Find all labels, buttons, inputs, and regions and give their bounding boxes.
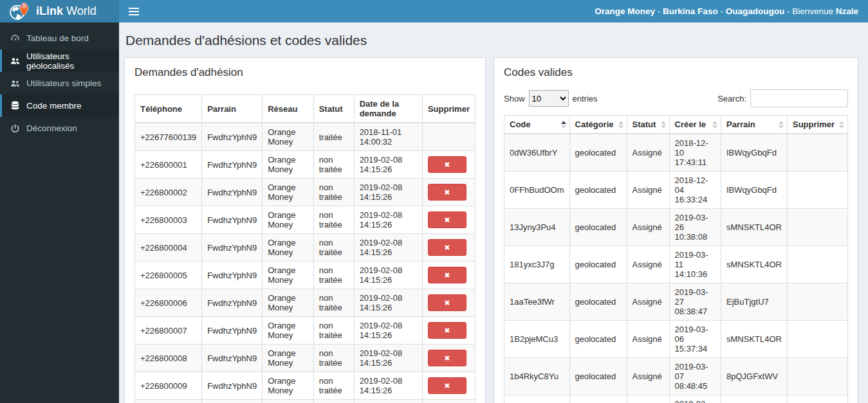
table-row: +226800005FwdhzYphN9Orange Moneynon trai… xyxy=(135,262,476,289)
table-row: 1b4RkyC8YugeolocatedAssigné2019-03-07 08… xyxy=(504,358,848,395)
col-header-telephone: Téléphone xyxy=(135,95,202,123)
globe-pin-logo-icon: $ xyxy=(9,1,31,21)
x-delete-icon: ✖ xyxy=(444,382,450,390)
sidebar-item-utilisateurs-geolocalises[interactable]: Utilisateurs géolocalisés xyxy=(0,49,119,72)
table-row: +226800010FwdhzYphN9Orange Moneynon trai… xyxy=(135,400,476,403)
sidebar-item-utilisateurs-simples[interactable]: Utilisateurs simples xyxy=(0,72,119,94)
table-row: 0dW36UfbrYgeolocatedAssigné2018-12-10 17… xyxy=(504,134,848,172)
demandes-panel-title: Demandes d'adhésion xyxy=(134,66,476,79)
delete-button[interactable]: ✖ xyxy=(428,211,466,228)
search-label: Search: xyxy=(717,94,746,103)
table-header-row: Téléphone Parrain Réseau Statut Date de … xyxy=(135,95,476,123)
sidebar-item-label: Code membre xyxy=(26,101,82,111)
users-icon xyxy=(10,57,20,66)
col-header-creer-le-sortable[interactable]: Créer le xyxy=(669,116,721,134)
codes-panel-title: Codes valides xyxy=(504,66,848,79)
col-header-reseau: Réseau xyxy=(263,95,314,123)
database-icon xyxy=(10,101,20,111)
sidebar-item-label: Déconnexion xyxy=(26,123,77,133)
username-text: Nzale xyxy=(836,6,858,16)
table-row: +226800003FwdhzYphN9Orange Moneynon trai… xyxy=(135,206,476,234)
sort-icon xyxy=(712,121,717,129)
page-length-control: Show 10 entries xyxy=(504,90,598,107)
col-header-parrain: Parrain xyxy=(202,95,263,123)
user-info-org: Orange Money xyxy=(595,6,655,16)
search-control: Search: xyxy=(717,89,848,107)
x-delete-icon: ✖ xyxy=(444,161,450,168)
user-info-country: Burkina Faso xyxy=(663,6,718,16)
delete-button[interactable]: ✖ xyxy=(428,377,466,394)
table-header-row: Code Catégorie Statut Créer le Parrain S… xyxy=(504,116,848,134)
delete-button[interactable]: ✖ xyxy=(428,267,466,283)
codes-table: Code Catégorie Statut Créer le Parrain S… xyxy=(504,115,848,403)
dashboard-icon xyxy=(10,33,20,43)
delete-button[interactable]: ✖ xyxy=(428,322,466,339)
col-header-code-sortable[interactable]: Code xyxy=(504,116,570,134)
codes-panel: Codes valides Show 10 entries Search: Co… xyxy=(494,57,858,403)
x-delete-icon: ✖ xyxy=(444,354,450,362)
table-row: +226800009FwdhzYphN9Orange Moneynon trai… xyxy=(135,372,476,400)
delete-button[interactable]: ✖ xyxy=(428,294,466,311)
delete-button[interactable]: ✖ xyxy=(428,239,466,256)
x-delete-icon: ✖ xyxy=(444,244,450,251)
table-row: 0FFhBudOOmgeolocatedAssigné2018-12-04 16… xyxy=(504,172,848,209)
table-row: +226800004FwdhzYphN9Orange Moneynon trai… xyxy=(135,234,476,262)
col-header-statut: Statut xyxy=(313,95,354,123)
page-title: Demandes d'adhésions et codes valides xyxy=(125,33,858,48)
brand-bold-text: iLink xyxy=(36,4,63,17)
col-header-statut-sortable[interactable]: Statut xyxy=(627,116,669,134)
delete-button[interactable]: ✖ xyxy=(428,184,466,201)
x-delete-icon: ✖ xyxy=(444,216,450,224)
col-header-categorie-sortable[interactable]: Catégorie xyxy=(569,116,627,134)
table-row: +22677600139FwdhzYphN9Orange Moneytraité… xyxy=(135,123,476,151)
top-navbar: $ iLink World Orange Money - Burkina Fas… xyxy=(0,0,868,22)
sort-icon xyxy=(779,121,784,129)
user-info-city: Ouagadougou xyxy=(726,6,785,16)
table-row: +226800006FwdhzYphN9Orange Moneynon trai… xyxy=(135,289,476,317)
sidebar: Tableau de bord Utilisateurs géolocalisé… xyxy=(0,22,119,403)
brand-light-text: World xyxy=(66,4,97,17)
sidebar-item-label: Utilisateurs simples xyxy=(26,78,101,88)
x-delete-icon: ✖ xyxy=(444,327,450,334)
table-row: +226800008FwdhzYphN9Orange Moneynon trai… xyxy=(135,345,476,372)
sidebar-item-label: Utilisateurs géolocalisés xyxy=(26,51,109,71)
entries-label: entries xyxy=(573,94,598,103)
table-row: 13Jyny3Pu4geolocatedAssigné2019-03-26 10… xyxy=(504,209,848,246)
page-length-select[interactable]: 10 xyxy=(529,90,569,107)
main-content: Demandes d'adhésions et codes valides De… xyxy=(119,22,868,403)
table-row: 1c7sUG9dUkgeolocatedAssigné2019-03-05 14… xyxy=(504,395,848,403)
sidebar-item-code-membre[interactable]: Code membre xyxy=(0,94,119,117)
search-input[interactable] xyxy=(750,89,848,107)
sidebar-item-deconnexion[interactable]: Déconnexion xyxy=(0,117,119,139)
table-row: 181yxc3J7ggeolocatedAssigné2019-03-11 14… xyxy=(504,246,848,283)
table-row: +226800007FwdhzYphN9Orange Moneynon trai… xyxy=(135,317,476,345)
delete-button[interactable]: ✖ xyxy=(428,350,466,366)
x-delete-icon: ✖ xyxy=(444,188,450,196)
users-icon xyxy=(10,79,20,88)
x-delete-icon: ✖ xyxy=(444,299,450,307)
demandes-table: Téléphone Parrain Réseau Statut Date de … xyxy=(134,94,476,403)
col-header-supprimer-sortable[interactable]: Supprimer xyxy=(787,116,847,134)
delete-button[interactable]: ✖ xyxy=(428,156,466,173)
table-row: 1B2pjeMCu3geolocatedAssigné2019-03-06 15… xyxy=(504,321,848,358)
demandes-panel: Demandes d'adhésion Téléphone Parrain Ré… xyxy=(124,57,486,403)
sidebar-item-label: Tableau de bord xyxy=(26,33,89,43)
brand-title: iLink World xyxy=(36,4,97,18)
table-row: 1aaTee3fWrgeolocatedAssigné2019-03-27 08… xyxy=(504,283,848,321)
sort-asc-icon xyxy=(561,121,566,129)
sort-icon xyxy=(618,121,623,129)
user-info: Orange Money - Burkina Faso - Ouagadougo… xyxy=(595,0,858,22)
welcome-text: Bienvenue xyxy=(792,6,833,16)
sidebar-toggle-button[interactable] xyxy=(119,0,148,22)
table-row: +226800001FwdhzYphN9Orange Moneynon trai… xyxy=(135,151,476,179)
svg-text:$: $ xyxy=(23,3,25,8)
col-header-date: Date de la demande xyxy=(354,95,422,123)
sort-icon xyxy=(661,121,666,129)
x-delete-icon: ✖ xyxy=(444,271,450,279)
brand-logo[interactable]: $ iLink World xyxy=(0,0,119,22)
col-header-parrain-sortable[interactable]: Parrain xyxy=(721,116,788,134)
sidebar-item-tableau-de-bord[interactable]: Tableau de bord xyxy=(0,27,119,49)
table-row: +226800002FwdhzYphN9Orange Moneynon trai… xyxy=(135,179,476,206)
sort-icon xyxy=(839,121,844,129)
show-label: Show xyxy=(504,94,525,103)
